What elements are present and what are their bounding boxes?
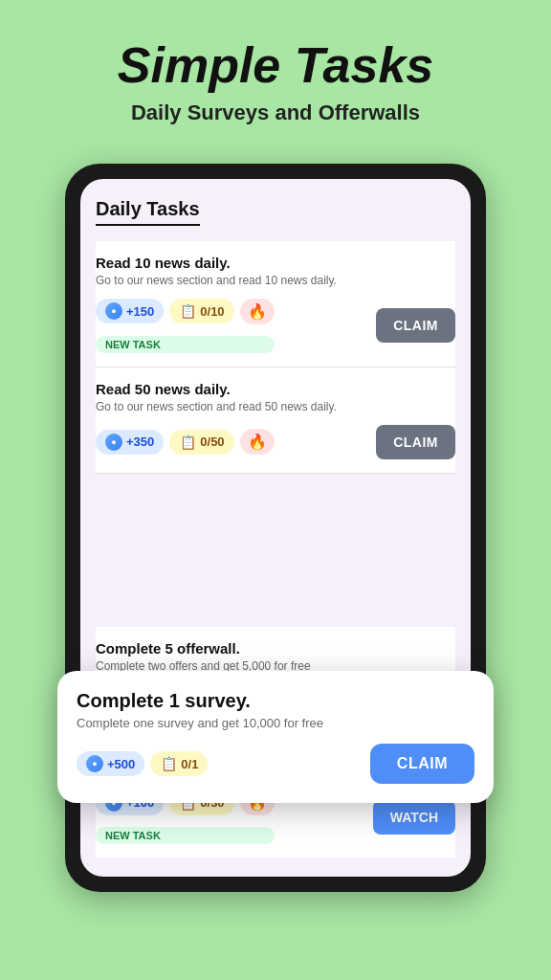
popup-desc: Complete one survey and get 10,000 for f… xyxy=(77,716,474,730)
task-desc-news-50: Go to our news section and read 50 news … xyxy=(96,399,455,415)
popup-claim-button[interactable]: CLAIM xyxy=(370,744,474,784)
new-task-badge-news-10: NEW TASK xyxy=(96,336,275,353)
page-title: Simple Tasks xyxy=(19,38,532,93)
coins-badge-news-50: ● +350 xyxy=(96,430,164,455)
task-footer-news-50: ● +350 📋 0/50 🔥 CLAIM xyxy=(96,425,455,459)
task-item-news-50: Read 50 news daily. Go to our news secti… xyxy=(96,368,455,474)
list-icon: 📋 xyxy=(179,302,196,320)
task-footer-news-10: ● +150 📋 0/10 🔥 NEW TASK xyxy=(96,299,455,353)
coin-icon: ● xyxy=(105,302,122,320)
phone-frame: Daily Tasks Read 10 news daily. Go to ou… xyxy=(65,164,486,892)
page-header: Simple Tasks Daily Surveys and Offerwall… xyxy=(0,0,551,145)
progress-badge-news-50: 📋 0/50 xyxy=(169,430,233,455)
fire-badge-news-10: 🔥 xyxy=(240,299,275,324)
task-badges-news-10: ● +150 📋 0/10 🔥 xyxy=(96,299,275,324)
popup-progress-badge: 📋 0/1 xyxy=(150,751,208,776)
task-title-offerwall: Complete 5 offerwall. xyxy=(96,640,455,657)
popup-badges: ● +500 📋 0/1 xyxy=(77,751,208,776)
list-icon-2: 📋 xyxy=(179,434,196,451)
task-title-news-10: Read 10 news daily. xyxy=(96,255,455,271)
claim-button-news-10[interactable]: CLAIM xyxy=(376,308,455,343)
popup-coin-icon: ● xyxy=(86,755,103,772)
task-desc-news-10: Go to our news section and read 10 news … xyxy=(96,273,455,289)
popup-title: Complete 1 survey. xyxy=(77,690,474,712)
section-title: Daily Tasks xyxy=(96,198,200,226)
coins-badge-news-10: ● +150 xyxy=(96,299,164,323)
watch-button-video[interactable]: WATCH xyxy=(373,800,455,835)
popup-card: Complete 1 survey. Complete one survey a… xyxy=(57,671,494,803)
popup-list-icon: 📋 xyxy=(160,755,177,772)
task-badges-news-50: ● +350 📋 0/50 🔥 xyxy=(96,429,275,455)
coin-icon-2: ● xyxy=(105,434,122,451)
new-task-badge-video: NEW TASK xyxy=(96,827,275,844)
claim-button-news-50[interactable]: CLAIM xyxy=(376,425,455,459)
page-subtitle: Daily Surveys and Offerwalls xyxy=(19,100,532,125)
fire-icon-2: 🔥 xyxy=(248,433,267,451)
popup-coins-badge: ● +500 xyxy=(77,751,144,776)
fire-icon: 🔥 xyxy=(248,302,267,321)
popup-footer: ● +500 📋 0/1 CLAIM xyxy=(77,744,474,784)
progress-badge-news-10: 📋 0/10 xyxy=(169,299,233,323)
task-item-news-10: Read 10 news daily. Go to our news secti… xyxy=(96,241,455,368)
task-title-news-50: Read 50 news daily. xyxy=(96,381,455,397)
fire-badge-news-50: 🔥 xyxy=(240,429,275,455)
